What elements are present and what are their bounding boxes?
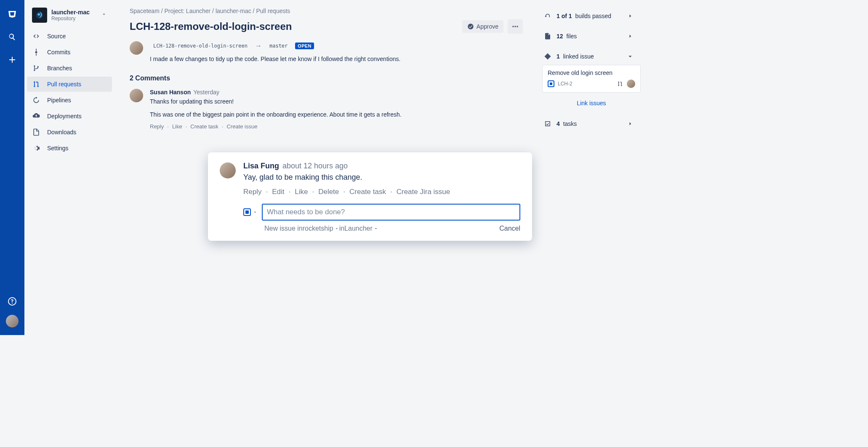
chevron-down-icon [626, 53, 634, 60]
svg-point-3 [34, 65, 35, 67]
svg-point-13 [618, 82, 619, 83]
svg-point-15 [621, 85, 622, 86]
sidebar-item-label: Downloads [47, 129, 76, 136]
create-task-link[interactable]: Create task [349, 188, 386, 196]
reply-link[interactable]: Reply [243, 188, 261, 196]
linked-issue-card[interactable]: Remove old login screen LCH-2 [542, 65, 641, 93]
user-avatar[interactable] [6, 315, 19, 327]
approve-button[interactable]: Approve [462, 20, 503, 33]
status-badge: OPEN [295, 43, 314, 49]
comment-text: This was one of the biggest pain point i… [150, 110, 445, 119]
sidebar-item-commits[interactable]: Commits [27, 45, 112, 60]
svg-point-1 [37, 13, 40, 16]
bitbucket-logo-icon[interactable] [5, 8, 19, 21]
diamond-icon [544, 53, 551, 60]
svg-point-7 [34, 85, 35, 87]
comment-avatar [130, 89, 143, 102]
more-actions-button[interactable] [508, 19, 523, 34]
link-issues-button[interactable]: Link issues [577, 100, 606, 106]
svg-point-12 [517, 26, 518, 27]
sidebar-item-downloads[interactable]: Downloads [27, 125, 112, 140]
sidebar-item-deployments[interactable]: Deployments [27, 109, 112, 124]
source-branch[interactable]: LCH-128-remove-old-login-screen [150, 41, 251, 51]
cancel-button[interactable]: Cancel [499, 225, 520, 232]
tasks-panel[interactable]: 4 tasks [538, 115, 645, 132]
assignee-avatar [627, 80, 635, 88]
comment-time: Yesterday [193, 89, 219, 96]
linked-issue-key: LCH-2 [558, 81, 572, 87]
pr-icon [617, 80, 623, 87]
reply-link[interactable]: Reply [150, 123, 164, 130]
main-content: Spaceteam / Project: Launcher / launcher… [114, 0, 538, 335]
sidebar-item-label: Settings [47, 145, 69, 152]
sidebar-item-label: Deployments [47, 113, 82, 120]
svg-point-6 [34, 81, 35, 82]
like-link[interactable]: Like [172, 123, 182, 130]
create-icon[interactable] [5, 53, 19, 67]
chevron-down-icon [253, 210, 258, 215]
sidebar-item-label: Branches [47, 65, 72, 72]
issue-type-selector[interactable] [243, 208, 258, 216]
svg-point-5 [37, 66, 39, 67]
refresh-icon [544, 12, 551, 20]
repo-icon [32, 8, 47, 23]
repo-subtitle: Repository [51, 16, 90, 21]
project-selector[interactable]: Launcher [344, 225, 378, 232]
repo-name: launcher-mac [51, 9, 90, 16]
linked-issue-title: Remove old login screen [548, 69, 635, 76]
chevron-right-icon [626, 32, 634, 40]
linked-issues-panel[interactable]: 1 linked issue [538, 48, 645, 65]
svg-point-9 [468, 24, 473, 29]
comment-avatar [220, 162, 236, 178]
sidebar-item-label: Pipelines [47, 97, 71, 104]
create-task-link[interactable]: Create task [190, 123, 218, 130]
help-icon[interactable] [5, 295, 19, 308]
comment-text: Yay, glad to be making this change. [243, 173, 520, 182]
right-panel: 1 of 1 builds passed 12 files 1 linked i… [538, 0, 651, 335]
chevron-down-icon [101, 11, 107, 19]
like-link[interactable]: Like [295, 188, 308, 196]
svg-point-10 [512, 26, 514, 27]
checkbox-icon [544, 120, 551, 128]
files-panel[interactable]: 12 files [538, 28, 645, 45]
comment-actions: Reply· Like· Create task· Create issue [150, 123, 523, 130]
sidebar-item-label: Commits [47, 49, 70, 56]
comment-author: Susan Hanson [150, 89, 191, 96]
sidebar-item-label: Pull requests [47, 81, 81, 88]
sidebar-item-pipelines[interactable]: Pipelines [27, 93, 112, 108]
pr-description: I made a few changes to tidy up the code… [150, 55, 400, 64]
repo-switcher[interactable]: launcher-mac Repository [27, 6, 112, 29]
sidebar-item-pull-requests[interactable]: Pull requests [27, 77, 112, 92]
chevron-down-icon [373, 226, 378, 231]
pr-title: LCH-128-remove-old-login-screen [130, 21, 292, 32]
sidebar-item-branches[interactable]: Branches [27, 61, 112, 76]
comment: Susan HansonYesterday Thanks for updatin… [130, 89, 523, 130]
create-jira-issue-link[interactable]: Create Jira issue [397, 188, 450, 196]
chevron-right-icon [626, 120, 634, 128]
comments-heading: 2 Comments [130, 74, 523, 82]
comment-card-active: Lisa Fungabout 12 hours ago Yay, glad to… [208, 152, 532, 241]
issue-summary-input[interactable] [262, 204, 520, 221]
builds-panel[interactable]: 1 of 1 builds passed [538, 8, 645, 24]
sidebar-item-label: Source [47, 33, 66, 40]
edit-link[interactable]: Edit [272, 188, 284, 196]
arrow-right-icon: → [255, 42, 262, 50]
breadcrumb[interactable]: Spaceteam / Project: Launcher / launcher… [130, 8, 523, 14]
repo-sidebar: launcher-mac Repository Source Commits B… [24, 0, 114, 335]
repo-selector[interactable]: rocketship [303, 225, 339, 232]
sidebar-item-settings[interactable]: Settings [27, 141, 112, 156]
target-branch[interactable]: master [266, 41, 291, 51]
global-nav-rail [0, 0, 24, 335]
file-icon [544, 32, 551, 40]
comment-time: about 12 hours ago [282, 162, 348, 170]
search-icon[interactable] [5, 30, 19, 44]
delete-link[interactable]: Delete [318, 188, 339, 196]
svg-point-14 [618, 85, 619, 86]
chevron-right-icon [626, 12, 634, 20]
issue-type-icon [243, 208, 251, 216]
svg-point-4 [34, 69, 35, 71]
sidebar-item-source[interactable]: Source [27, 29, 112, 44]
svg-point-2 [35, 51, 37, 53]
create-issue-link[interactable]: Create issue [226, 123, 257, 130]
comment-text: Thanks for updating this screen! [150, 97, 445, 106]
